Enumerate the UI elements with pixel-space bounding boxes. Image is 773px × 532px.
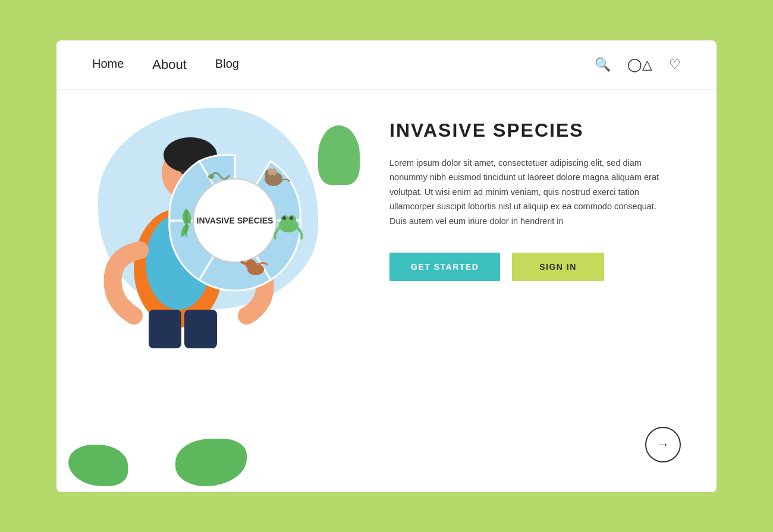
heart-icon[interactable]: ♡: [669, 58, 681, 71]
page-title: INVASIVE SPECIES: [389, 119, 681, 141]
nav-home[interactable]: Home: [92, 57, 124, 73]
get-started-button[interactable]: GET STARTED: [389, 253, 500, 281]
svg-point-21: [282, 216, 286, 220]
arrow-right-icon: →: [656, 437, 670, 452]
page-card: Home About Blog 🔍 ◯△ ♡: [56, 40, 717, 492]
svg-rect-9: [149, 310, 181, 348]
description-text: Lorem ipsum dolor sit amet, consectetuer…: [389, 156, 663, 229]
svg-point-13: [208, 174, 214, 179]
grass-blob-left: [68, 445, 128, 486]
nav-blog[interactable]: Blog: [215, 57, 239, 73]
buttons-row: GET STARTED SIGN IN: [389, 253, 681, 281]
tree-blob: [318, 125, 360, 185]
grass-blob-right: [175, 439, 247, 486]
sign-in-button[interactable]: SIGN IN: [512, 253, 604, 281]
left-panel: INVASIVE SPECIES: [56, 90, 366, 492]
svg-rect-10: [184, 310, 217, 348]
species-wheel: INVASIVE SPECIES: [152, 137, 318, 304]
svg-point-12: [193, 179, 276, 262]
navbar: Home About Blog 🔍 ◯△ ♡: [56, 40, 717, 90]
user-icon[interactable]: ◯△: [627, 58, 652, 71]
next-arrow-button[interactable]: →: [645, 427, 681, 462]
nav-links: Home About Blog: [92, 57, 595, 73]
svg-point-17: [272, 168, 276, 175]
search-icon[interactable]: 🔍: [595, 58, 611, 71]
nav-about[interactable]: About: [152, 57, 187, 73]
nav-icons: 🔍 ◯△ ♡: [595, 58, 681, 71]
svg-point-22: [290, 216, 293, 220]
right-panel: INVASIVE SPECIES Lorem ipsum dolor sit a…: [366, 90, 717, 492]
main-content: INVASIVE SPECIES INVASIVE SPECIES Lorem …: [56, 90, 717, 492]
